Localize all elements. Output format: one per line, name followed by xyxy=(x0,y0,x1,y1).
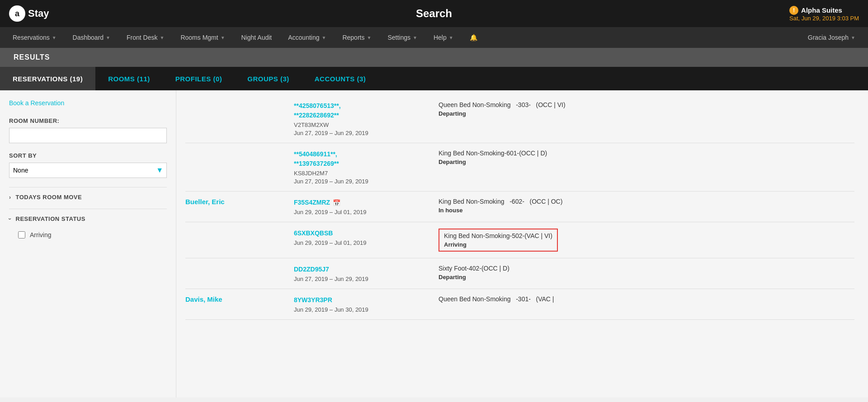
nav-item-dashboard[interactable]: Dashboard ▼ xyxy=(65,27,118,48)
nav-label-nightaudit: Night Audit xyxy=(241,34,272,41)
sidebar: Book a Reservation ROOM NUMBER: SORT BY … xyxy=(0,90,176,397)
conf-col: **4258076513**, **2282628692** V2T83M2XW… xyxy=(294,101,439,136)
tab-profiles-label: PROFILES (0) xyxy=(175,75,222,83)
book-reservation-link[interactable]: Book a Reservation xyxy=(9,99,167,107)
tab-rooms[interactable]: ROOMS (11) xyxy=(95,67,163,90)
nav-item-reports[interactable]: Reports ▼ xyxy=(334,27,379,48)
nav-item-frontdesk[interactable]: Front Desk ▼ xyxy=(118,27,172,48)
conf-dates: KS8JDH2M7 xyxy=(294,170,439,177)
conf-col: DD2ZD95J7 Jun 27, 2019 – Jun 29, 2019 xyxy=(294,265,439,282)
property-name: Alpha Suites xyxy=(801,6,842,14)
nav-item-bell[interactable]: 🔔 xyxy=(462,27,486,48)
tab-accounts[interactable]: ACCOUNTS (3) xyxy=(302,67,379,90)
nav-label-help: Help xyxy=(434,34,447,41)
conf-link[interactable]: DD2ZD95J7 xyxy=(294,265,439,274)
property-info: ! Alpha Suites Sat, Jun 29, 2019 3:03 PM xyxy=(789,6,859,22)
room-col: Queen Bed Non-Smoking -303- (OCC | VI) D… xyxy=(439,101,854,117)
conf-link[interactable]: 8YW3YR3PR xyxy=(294,295,439,305)
room-status: Departing xyxy=(439,159,854,165)
tab-groups[interactable]: GROUPS (3) xyxy=(235,67,302,90)
conf-link-2[interactable]: **1397637269** xyxy=(294,159,439,168)
tab-profiles[interactable]: PROFILES (0) xyxy=(163,67,235,90)
conf-col: 6SXBXQBSB Jun 29, 2019 – Jul 01, 2019 xyxy=(294,229,439,246)
conf-date-range: Jun 29, 2019 – Jun 30, 2019 xyxy=(294,306,439,313)
calendar-icon[interactable]: 📅 xyxy=(333,199,340,206)
room-desc: Queen Bed Non-Smoking -301- (VAC | xyxy=(439,295,854,303)
room-status: Arriving xyxy=(444,241,552,248)
conf-date-range: Jun 27, 2019 – Jun 29, 2019 xyxy=(294,276,439,282)
table-row: Davis, Mike 8YW3YR3PR Jun 29, 2019 – Jun… xyxy=(185,289,854,320)
conf-link[interactable]: 6SXBXQBSB xyxy=(294,229,439,238)
room-number-input[interactable] xyxy=(9,128,167,143)
nav-item-user[interactable]: Gracia Joseph ▼ xyxy=(800,27,863,48)
room-col: King Bed Non-Smoking -602- (OCC | OC) In… xyxy=(439,198,854,214)
nav-label-settings: Settings xyxy=(387,34,410,41)
nav-item-nightaudit[interactable]: Night Audit xyxy=(233,27,280,48)
reservation-status-section: › RESERVATION STATUS Arriving xyxy=(9,209,167,241)
conf-link[interactable]: **540486911**, xyxy=(294,150,439,159)
chevron-down-icon: ▼ xyxy=(160,35,164,40)
tabs-row: RESERVATIONS (19) ROOMS (11) PROFILES (0… xyxy=(0,67,868,90)
tab-rooms-label: ROOMS (11) xyxy=(108,75,150,83)
conf-link-2[interactable]: **2282628692** xyxy=(294,111,439,120)
results-main: **4258076513**, **2282628692** V2T83M2XW… xyxy=(176,90,868,397)
reservation-status-header[interactable]: › RESERVATION STATUS xyxy=(9,209,167,229)
nav-item-accounting[interactable]: Accounting ▼ xyxy=(280,27,334,48)
top-bar: a Stay Search ! Alpha Suites Sat, Jun 29… xyxy=(0,0,868,27)
table-row: **540486911**, **1397637269** KS8JDH2M7 … xyxy=(185,143,854,192)
conf-link[interactable]: **4258076513**, xyxy=(294,101,439,111)
room-col: King Bed Non-Smoking-601-(OCC | D) Depar… xyxy=(439,150,854,165)
conf-date-range: Jun 29, 2019 – Jul 01, 2019 xyxy=(294,239,439,246)
logo: a Stay xyxy=(9,5,49,22)
logo-icon: a xyxy=(9,5,25,22)
nav-label-reservations: Reservations xyxy=(13,34,50,41)
conf-col: **540486911**, **1397637269** KS8JDH2M7 … xyxy=(294,150,439,185)
chevron-down-icon: ▼ xyxy=(367,35,371,40)
chevron-down-icon: ▼ xyxy=(221,35,225,40)
room-desc: King Bed Non-Smoking-502-(VAC | VI) xyxy=(444,232,552,239)
sort-by-select[interactable]: None Name Date Room xyxy=(9,163,167,178)
table-row: 6SXBXQBSB Jun 29, 2019 – Jul 01, 2019 Ki… xyxy=(185,222,854,258)
table-row: Bueller, Eric F35S4ZMRZ 📅 Jun 29, 2019 –… xyxy=(185,192,854,222)
main-nav: Reservations ▼ Dashboard ▼ Front Desk ▼ … xyxy=(0,27,868,48)
tab-accounts-label: ACCOUNTS (3) xyxy=(315,75,366,83)
datetime: Sat, Jun 29, 2019 3:03 PM xyxy=(789,15,859,22)
chevron-down-icon: ▼ xyxy=(52,35,57,40)
guest-link[interactable]: Davis, Mike xyxy=(185,295,222,303)
conf-dates: V2T83M2XW xyxy=(294,122,439,128)
nav-label-dashboard: Dashboard xyxy=(73,34,104,41)
nav-item-settings[interactable]: Settings ▼ xyxy=(379,27,425,48)
reservation-status-label: RESERVATION STATUS xyxy=(16,215,85,222)
room-desc: Sixty Foot-402-(OCC | D) xyxy=(439,265,854,272)
conf-date-range: Jun 27, 2019 – Jun 29, 2019 xyxy=(294,178,439,185)
nav-item-help[interactable]: Help ▼ xyxy=(425,27,462,48)
tab-reservations[interactable]: RESERVATIONS (19) xyxy=(0,67,95,90)
chevron-down-icon: ▼ xyxy=(322,35,326,40)
room-status: Departing xyxy=(439,110,854,117)
tab-reservations-label: RESERVATIONS (19) xyxy=(13,75,83,83)
sort-by-label: SORT BY xyxy=(9,152,167,159)
conf-col: 8YW3YR3PR Jun 29, 2019 – Jun 30, 2019 xyxy=(294,295,439,313)
nav-item-roomsmgmt[interactable]: Rooms Mgmt ▼ xyxy=(172,27,233,48)
arriving-checkbox[interactable] xyxy=(18,231,25,238)
conf-date-range: Jun 29, 2019 – Jul 01, 2019 xyxy=(294,209,439,215)
chevron-down-icon: ▼ xyxy=(449,35,453,40)
conf-link[interactable]: F35S4ZMRZ xyxy=(294,198,330,207)
chevron-down-icon: ▼ xyxy=(413,35,417,40)
chevron-right-icon: › xyxy=(9,194,11,201)
nav-item-reservations[interactable]: Reservations ▼ xyxy=(5,27,65,48)
nav-label-reports: Reports xyxy=(342,34,364,41)
room-move-header[interactable]: › TODAYS ROOM MOVE xyxy=(9,187,167,207)
guest-name-col: Davis, Mike xyxy=(185,295,294,303)
results-header: RESULTS xyxy=(0,48,868,67)
room-status: Departing xyxy=(439,274,854,280)
table-row: DD2ZD95J7 Jun 27, 2019 – Jun 29, 2019 Si… xyxy=(185,258,854,289)
room-desc: King Bed Non-Smoking-601-(OCC | D) xyxy=(439,150,854,157)
content-area: Book a Reservation ROOM NUMBER: SORT BY … xyxy=(0,90,868,397)
page-title: Search xyxy=(416,7,452,20)
arriving-label: Arriving xyxy=(30,231,51,238)
user-name: Gracia Joseph xyxy=(808,34,849,41)
room-desc: Queen Bed Non-Smoking -303- (OCC | VI) xyxy=(439,101,854,108)
guest-link[interactable]: Bueller, Eric xyxy=(185,198,225,206)
room-move-label: TODAYS ROOM MOVE xyxy=(16,194,82,201)
